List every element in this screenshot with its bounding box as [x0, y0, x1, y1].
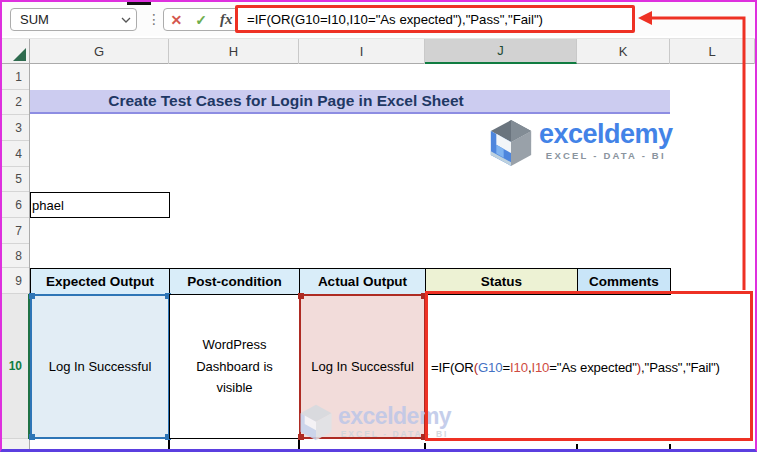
exceldemy-logo: exceldemy EXCEL - DATA - BI: [489, 119, 673, 167]
column-header-g[interactable]: G: [30, 39, 169, 64]
row-header-3[interactable]: 3: [2, 115, 29, 141]
insert-function-icon[interactable]: fx: [220, 11, 233, 28]
logo-tagline-text: EXCEL - DATA - BI: [546, 150, 666, 161]
cell-h10-text: WordPress Dashboard is visible: [184, 334, 285, 398]
cancel-icon[interactable]: ✕: [171, 12, 183, 28]
select-all-button[interactable]: [2, 39, 30, 64]
cell-h10-post-condition[interactable]: WordPress Dashboard is visible: [169, 294, 300, 439]
name-box-value: SUM: [11, 12, 116, 27]
cell-g6-text: phael: [31, 198, 64, 213]
excel-screenshot: SUM ⋮ ✕ ✓ fx =IF(OR(G10=I10,I10="As expe…: [0, 0, 757, 452]
row-header-2[interactable]: 2: [2, 90, 29, 115]
column-header-l[interactable]: L: [670, 39, 755, 64]
ribbon-edge-artifact: [127, 2, 151, 5]
table-border-stub: [298, 440, 300, 451]
column-header-k[interactable]: K: [577, 39, 670, 64]
range-handle[interactable]: [29, 293, 35, 299]
column-header-j-selected[interactable]: J: [425, 39, 577, 64]
column-header-row: G H I J K L: [2, 38, 755, 64]
cell-g10-text: Log In Successful: [49, 359, 152, 374]
more-options-icon[interactable]: ⋮: [148, 7, 160, 31]
range-handle[interactable]: [298, 293, 304, 299]
row-header-9[interactable]: 9: [2, 268, 29, 294]
row-header-1[interactable]: 1: [2, 64, 29, 90]
annotation-rectangle-j10: [425, 291, 753, 441]
row-header-10-selected[interactable]: 10: [2, 294, 29, 439]
cell-i10-text: Log In Successful: [311, 359, 414, 374]
row-header-4[interactable]: 4: [2, 141, 29, 167]
cube-watermark-icon: [299, 404, 333, 441]
column-header-h[interactable]: H: [169, 39, 299, 64]
formula-bar-strip: SUM ⋮ ✕ ✓ fx =IF(OR(G10=I10,I10="As expe…: [2, 2, 755, 36]
select-all-triangle-icon: [13, 48, 26, 61]
header-actual-output[interactable]: Actual Output: [299, 268, 426, 295]
range-handle[interactable]: [29, 434, 35, 440]
row-header-8[interactable]: 8: [2, 244, 29, 268]
cell-g6[interactable]: phael: [30, 192, 170, 218]
cell-g10-expected-output[interactable]: Log In Successful: [30, 294, 170, 439]
row-header-column: 1 2 3 4 5 6 7 8 9 10: [2, 64, 30, 452]
table-border-stub: [168, 440, 170, 451]
title-banner[interactable]: Create Test Cases for Login Page in Exce…: [30, 90, 670, 114]
header-expected-output[interactable]: Expected Output: [30, 268, 170, 295]
table-border-stub: [576, 444, 578, 451]
formula-bar-text: =IF(OR(G10=I10,I10="As expected"),"Pass"…: [238, 12, 543, 27]
chevron-down-icon[interactable]: [116, 17, 136, 23]
header-post-condition[interactable]: Post-condition: [169, 268, 300, 295]
page-title: Create Test Cases for Login Page in Exce…: [108, 92, 463, 110]
row-header-5[interactable]: 5: [2, 167, 29, 192]
name-box[interactable]: SUM: [10, 8, 137, 31]
row-header-7[interactable]: 7: [2, 218, 29, 244]
logo-brand-text: exceldemy: [539, 119, 673, 149]
column-header-i[interactable]: I: [299, 39, 425, 64]
table-border-stub: [669, 444, 671, 451]
formula-buttons-group: ✕ ✓ fx: [163, 8, 240, 31]
table-border-stub: [424, 443, 426, 451]
cube-icon: [489, 119, 533, 167]
row-header-6[interactable]: 6: [2, 192, 29, 218]
enter-icon[interactable]: ✓: [195, 12, 207, 28]
formula-bar-input[interactable]: =IF(OR(G10=I10,I10="As expected"),"Pass"…: [235, 5, 635, 33]
